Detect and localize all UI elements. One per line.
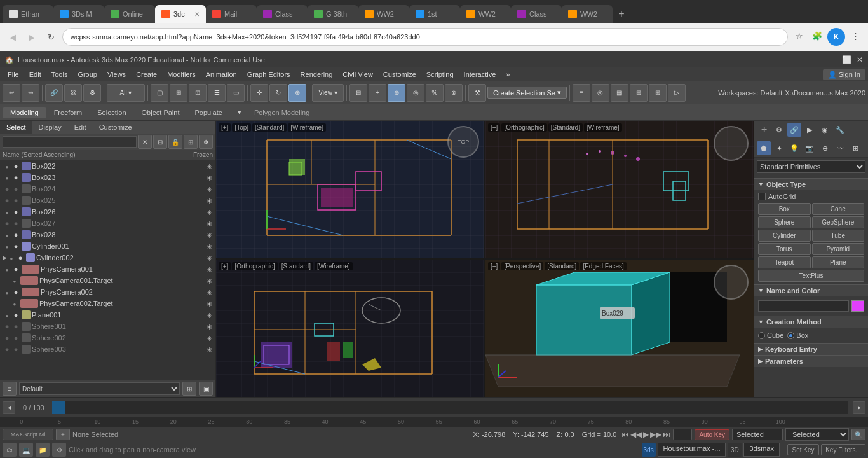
tab-expand[interactable]: ▾: [230, 106, 249, 118]
btn-cone[interactable]: Cone: [812, 203, 865, 215]
menu-views[interactable]: Views: [102, 69, 131, 80]
layer-select[interactable]: Default: [19, 382, 180, 395]
vp-std-tag4[interactable]: [Standard]: [545, 262, 579, 270]
shapes-icon[interactable]: ✦: [772, 141, 786, 155]
menu-animation[interactable]: Animation: [201, 69, 242, 80]
browser-tab-online[interactable]: Online: [104, 5, 155, 23]
render-icon[interactable]: ●: [11, 288, 20, 296]
tab-freeform[interactable]: Freeform: [46, 107, 90, 118]
visibility-icon[interactable]: ●: [3, 219, 11, 228]
taskbar-icon-2[interactable]: 💻: [19, 443, 33, 457]
visibility-icon[interactable]: [3, 162, 11, 170]
systems-icon[interactable]: ⊞: [848, 141, 862, 155]
autogrid-checkbox[interactable]: [758, 193, 766, 200]
back-button[interactable]: ◀: [5, 29, 20, 45]
select-region-btn[interactable]: ⊞: [170, 84, 187, 102]
tl-expand-right-btn[interactable]: ▸: [853, 401, 865, 414]
layer-settings-btn[interactable]: ⊞: [182, 382, 196, 396]
snap-btn[interactable]: +: [369, 84, 386, 102]
go-to-start-btn[interactable]: ⏮: [621, 430, 629, 439]
visibility-icon[interactable]: ●: [3, 196, 11, 205]
spinner-snap-btn[interactable]: ⊗: [445, 84, 463, 102]
viewport-top-nav[interactable]: TOP: [447, 126, 479, 158]
taskbar-icon-3[interactable]: 📁: [36, 443, 50, 457]
tl-expand-btn[interactable]: ◂: [3, 401, 15, 414]
object-type-header[interactable]: ▼ Object Type: [754, 179, 868, 190]
menu-group[interactable]: Group: [72, 69, 102, 80]
btn-textplus[interactable]: TextPlus: [758, 270, 864, 282]
cameras-icon[interactable]: 📷: [803, 141, 817, 155]
creation-method-header[interactable]: ▼ Creation Method: [754, 316, 868, 328]
rotate-btn[interactable]: ↻: [269, 84, 287, 102]
render-icon[interactable]: ●: [11, 345, 20, 354]
render-icon[interactable]: ●: [11, 219, 20, 228]
menu-customize[interactable]: Customize: [378, 69, 421, 80]
lights-icon[interactable]: 💡: [787, 141, 801, 155]
create-selection-button[interactable]: Create Selection Se ▾: [487, 87, 567, 99]
selected-dropdown[interactable]: Selected: [785, 428, 849, 441]
visibility-icon[interactable]: [3, 265, 11, 274]
primitive-type-select[interactable]: Standard Primitives: [757, 160, 865, 173]
grid-btn[interactable]: ⊞: [649, 84, 667, 102]
bookmark-button[interactable]: ☆: [792, 28, 807, 43]
search-status-btn[interactable]: 🔍: [851, 429, 865, 440]
render-icon[interactable]: ●: [16, 253, 25, 262]
browser-tab-mail[interactable]: Mail: [206, 5, 257, 23]
browser-tab-class[interactable]: Class: [257, 5, 308, 23]
visibility-icon[interactable]: [3, 207, 11, 216]
browser-tab-3dsmax[interactable]: 3Ds M: [53, 5, 104, 23]
vp-plus-tag3[interactable]: [+]: [219, 262, 231, 270]
timeline-track[interactable]: [52, 401, 848, 414]
extension-button[interactable]: 🧩: [810, 28, 825, 43]
viewport-top[interactable]: [+] [Top] [Standard] [Wireframe] TOP: [216, 121, 484, 258]
taskbar-icon-4[interactable]: ⚙: [52, 443, 66, 457]
scene-lock-btn[interactable]: 🔒: [168, 135, 182, 149]
btn-tube[interactable]: Tube: [812, 230, 865, 242]
helpers-icon[interactable]: ⊕: [818, 141, 832, 155]
refresh-button[interactable]: ↻: [43, 29, 58, 45]
percent-btn[interactable]: ⊟: [349, 84, 367, 102]
scene-tab-edit[interactable]: Edit: [68, 121, 93, 134]
close-button[interactable]: ✕: [857, 55, 863, 64]
browser-tab-3dc[interactable]: 3dc ✕: [155, 5, 206, 23]
browser-tab-ww2a[interactable]: WW2: [358, 5, 409, 23]
radio-box[interactable]: Box: [787, 331, 808, 339]
list-item[interactable]: ▶ ● Cylinder002 ✳: [0, 252, 215, 263]
menu-tools[interactable]: Tools: [46, 69, 73, 80]
btn-sphere[interactable]: Sphere: [758, 216, 811, 228]
viewport-ortho1-nav[interactable]: [714, 126, 749, 161]
render-icon[interactable]: ●: [11, 265, 20, 274]
create-icon[interactable]: ✛: [757, 123, 771, 137]
rect-region-btn[interactable]: ▭: [227, 84, 245, 102]
prev-frame-btn[interactable]: ◀◀: [630, 430, 642, 439]
radio-cube[interactable]: Cube: [758, 331, 783, 339]
display-icon[interactable]: ◉: [818, 123, 832, 137]
browser-tab-class2[interactable]: Class: [511, 5, 562, 23]
parameters-header[interactable]: ▶ Parameters: [754, 356, 868, 367]
list-item[interactable]: ● ● Sphere002 ✳: [0, 332, 215, 344]
list-item[interactable]: ● PhysCamera002 ✳: [0, 286, 215, 298]
mirror-btn[interactable]: ⚒: [468, 84, 486, 102]
link-button[interactable]: 🔗: [45, 84, 63, 102]
taskbar-icon-1[interactable]: 🗂: [3, 443, 17, 457]
menu-more[interactable]: »: [501, 69, 515, 80]
filter-dropdown[interactable]: All ▾: [107, 84, 145, 102]
list-item[interactable]: ● Box028 ✳: [0, 229, 215, 240]
move-btn[interactable]: ✛: [250, 84, 268, 102]
render-icon[interactable]: ●: [11, 322, 20, 331]
list-item[interactable]: ● ● Box025 ✳: [0, 195, 215, 206]
housetour-taskbar-btn[interactable]: Housetour.max -...: [658, 443, 726, 457]
scale-btn[interactable]: ⊕: [288, 84, 306, 102]
scene-tab-select[interactable]: Select: [0, 121, 32, 134]
visibility-icon[interactable]: [3, 310, 11, 319]
set-key-btn[interactable]: Set Key: [787, 444, 819, 455]
maxscript-icon[interactable]: MAXScript Mi: [3, 429, 53, 440]
keyboard-entry-header[interactable]: ▶ Keyboard Entry: [754, 344, 868, 355]
vp-ef-tag[interactable]: [Edged Faces]: [580, 262, 626, 270]
visibility-icon[interactable]: ●: [3, 322, 11, 331]
menu-scripting[interactable]: Scripting: [421, 69, 459, 80]
visibility-icon[interactable]: ●: [3, 333, 11, 342]
scene-hide-btn[interactable]: ⊞: [184, 135, 198, 149]
expand-button[interactable]: ▶: [3, 254, 7, 261]
btn-teapot[interactable]: Teapot: [758, 256, 811, 268]
